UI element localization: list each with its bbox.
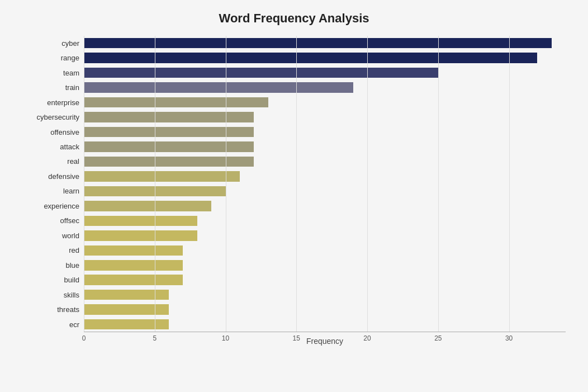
y-label: defensive	[48, 169, 79, 183]
y-label: learn	[63, 184, 79, 199]
bar	[84, 97, 268, 108]
bar	[84, 157, 254, 167]
bars-area	[84, 36, 566, 332]
bar-row	[84, 125, 566, 139]
bar-row	[84, 154, 566, 169]
bar	[84, 68, 438, 78]
bar-row	[84, 214, 566, 228]
x-tick: 5	[153, 334, 157, 342]
bar-row	[84, 302, 566, 317]
y-label: blue	[65, 258, 79, 272]
y-axis: cyberrangeteamtrainenterprisecybersecuri…	[22, 36, 84, 332]
x-tick: 25	[434, 334, 442, 342]
x-tick: 30	[505, 334, 513, 342]
bar-row	[84, 36, 566, 50]
x-tick: 0	[82, 334, 86, 342]
bar	[84, 245, 183, 256]
chart-title: Word Frequency Analysis	[22, 11, 566, 26]
y-label: train	[65, 80, 79, 95]
bar	[84, 38, 552, 49]
y-label: enterprise	[47, 95, 79, 110]
y-label: offensive	[50, 125, 79, 139]
bar	[84, 260, 183, 271]
chart-container: Word Frequency Analysis cyberrangeteamtr…	[0, 0, 588, 392]
bar	[84, 141, 254, 152]
x-tick: 10	[222, 334, 229, 342]
bar	[84, 319, 169, 330]
y-label: cybersecurity	[36, 110, 79, 124]
bar	[84, 112, 254, 122]
y-label: team	[63, 65, 79, 80]
bar	[84, 290, 169, 300]
y-label: range	[61, 50, 79, 65]
bar-row	[84, 287, 566, 302]
y-label: ecr	[69, 317, 79, 332]
y-label: red	[69, 243, 79, 258]
y-label: skills	[64, 287, 79, 302]
bar-row	[84, 243, 566, 258]
x-tick: 15	[293, 334, 300, 342]
y-label: build	[64, 273, 79, 287]
bar	[84, 304, 169, 315]
bar	[84, 201, 211, 211]
bar-row	[84, 273, 566, 287]
bar-row	[84, 139, 566, 154]
x-tick: 20	[363, 334, 371, 342]
bar	[84, 82, 353, 93]
bar-row	[84, 228, 566, 243]
y-label: offsec	[60, 214, 79, 228]
bar-row	[84, 80, 566, 95]
y-label: threats	[57, 302, 79, 317]
y-label: experience	[44, 199, 79, 213]
bar-row	[84, 95, 566, 110]
bar	[84, 171, 240, 182]
bar-row	[84, 65, 566, 80]
y-label: attack	[60, 139, 79, 154]
y-label: real	[67, 154, 79, 169]
bar	[84, 230, 197, 241]
bar	[84, 53, 537, 63]
bar	[84, 186, 226, 197]
bar	[84, 216, 197, 226]
bar-row	[84, 50, 566, 65]
y-label: world	[62, 228, 79, 243]
chart-area: cyberrangeteamtrainenterprisecybersecuri…	[22, 36, 566, 332]
bar-row	[84, 258, 566, 272]
y-label: cyber	[61, 36, 79, 50]
bar	[84, 275, 183, 285]
bar	[84, 127, 254, 138]
bar-row	[84, 184, 566, 199]
bar-row	[84, 199, 566, 213]
bar-row	[84, 317, 566, 332]
bar-row	[84, 169, 566, 183]
x-axis-container: 051015202530 Frequency	[84, 332, 566, 352]
bar-row	[84, 110, 566, 124]
